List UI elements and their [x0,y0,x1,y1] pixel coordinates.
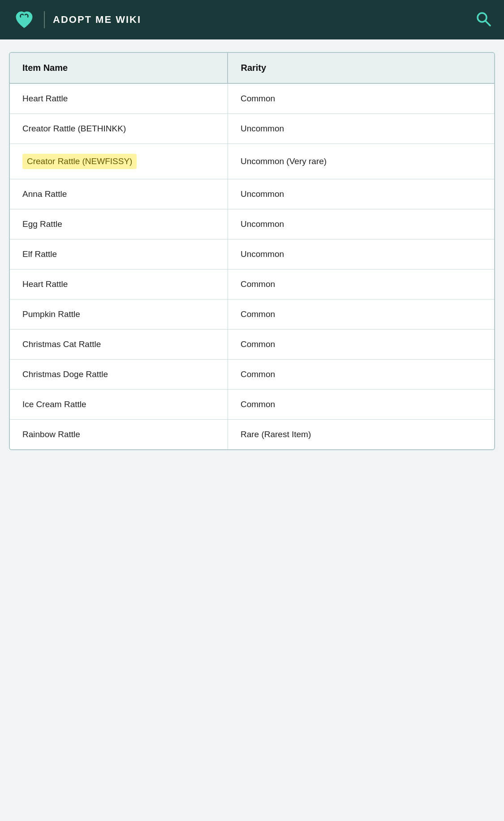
column-header-name: Item Name [10,53,228,83]
item-name-cell: Egg Rattle [10,209,228,239]
item-name-cell: Christmas Cat Rattle [10,330,228,360]
item-rarity-cell: Common [228,330,494,360]
item-name-cell: Creator Rattle (NEWFISSY) [10,144,228,179]
table-row: Egg RattleUncommon [10,209,494,239]
app-header: ADOPT ME WIKI [0,0,504,39]
item-rarity-cell: Common [228,360,494,390]
item-name-cell: Elf Rattle [10,239,228,269]
item-name-cell: Anna Rattle [10,179,228,209]
item-name-cell: Rainbow Rattle [10,420,228,450]
header-divider [44,11,45,28]
item-name-cell: Ice Cream Rattle [10,390,228,420]
table-row: Pumpkin RattleCommon [10,300,494,330]
table-row: Christmas Cat RattleCommon [10,330,494,360]
item-rarity-cell: Uncommon [228,179,494,209]
search-icon [475,11,491,27]
table-header-row: Item Name Rarity [10,53,494,83]
logo-icon [13,8,36,31]
search-button[interactable] [475,11,491,29]
item-name-cell: Pumpkin Rattle [10,300,228,330]
table-row: Ice Cream RattleCommon [10,390,494,420]
table-row: Elf RattleUncommon [10,239,494,269]
table-row: Anna RattleUncommon [10,179,494,209]
item-name-cell: Christmas Doge Rattle [10,360,228,390]
table-row: Heart RattleCommon [10,269,494,300]
svg-line-1 [486,21,490,26]
item-rarity-cell: Uncommon [228,209,494,239]
item-rarity-cell: Uncommon (Very rare) [228,144,494,179]
item-rarity-cell: Uncommon [228,239,494,269]
table-row: Creator Rattle (NEWFISSY)Uncommon (Very … [10,144,494,179]
item-rarity-cell: Common [228,83,494,114]
header-left: ADOPT ME WIKI [13,8,141,31]
table-row: Christmas Doge RattleCommon [10,360,494,390]
header-title: ADOPT ME WIKI [53,14,141,26]
item-name-cell: Heart Rattle [10,83,228,114]
item-rarity-cell: Common [228,390,494,420]
column-header-rarity: Rarity [228,53,494,83]
item-name-cell: Creator Rattle (BETHINKK) [10,114,228,144]
table-row: Rainbow RattleRare (Rarest Item) [10,420,494,450]
main-content: Item Name Rarity Heart RattleCommonCreat… [0,39,504,463]
item-rarity-cell: Uncommon [228,114,494,144]
item-rarity-cell: Common [228,300,494,330]
item-rarity-cell: Rare (Rarest Item) [228,420,494,450]
table-row: Creator Rattle (BETHINKK)Uncommon [10,114,494,144]
item-rarity-cell: Common [228,269,494,300]
table-row: Heart RattleCommon [10,83,494,114]
highlighted-item-name: Creator Rattle (NEWFISSY) [22,154,137,169]
item-name-cell: Heart Rattle [10,269,228,300]
items-table-container: Item Name Rarity Heart RattleCommonCreat… [9,52,495,450]
items-table: Item Name Rarity Heart RattleCommonCreat… [10,53,494,449]
